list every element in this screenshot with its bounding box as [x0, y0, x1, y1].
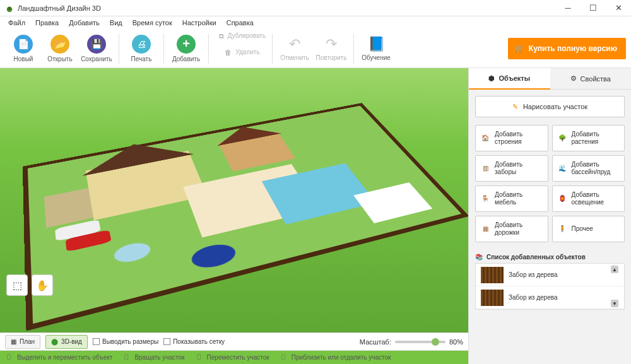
svg-rect-5	[281, 354, 285, 360]
scale-label: Масштаб:	[360, 338, 391, 346]
svg-rect-3	[125, 354, 128, 360]
fence-thumb-icon	[481, 290, 504, 306]
chair-icon: 🪑	[480, 193, 491, 204]
objects-icon: ⬢	[488, 74, 495, 83]
redo-button[interactable]: ↷Повторить	[313, 30, 350, 67]
house-icon: 🏠	[480, 132, 491, 144]
learn-button[interactable]: 📘Обучение	[358, 30, 394, 67]
add-lighting-button[interactable]: 🏮Добавить освещение	[552, 185, 625, 212]
menubar: Файл Правка Добавить Вид Время суток Нас…	[0, 16, 631, 29]
cart-icon: 🛒	[514, 44, 524, 53]
list-item[interactable]: Забор из дерева	[476, 286, 624, 309]
duplicate-button[interactable]: ⧉Дублировать	[213, 32, 268, 49]
add-buildings-button[interactable]: 🏠Добавить строения	[475, 125, 548, 151]
objects-list-header: Список добавленных объектов	[487, 254, 586, 261]
menu-daytime[interactable]: Время суток	[128, 18, 177, 28]
svg-rect-4	[197, 354, 200, 360]
save-button[interactable]: 💾Сохранить	[78, 30, 115, 67]
minimize-button[interactable]: ─	[555, 0, 581, 16]
scroll-up-button[interactable]: ▲	[611, 266, 618, 273]
buy-button[interactable]: 🛒Купить полную версию	[508, 38, 626, 59]
path-icon: ▦	[480, 223, 491, 235]
add-pool-button[interactable]: 🌊Добавить бассейн/пруд	[552, 155, 625, 182]
hint-move: Переместить участок	[195, 353, 269, 362]
pool-icon: 🌊	[557, 163, 568, 174]
add-paths-button[interactable]: ▦Добавить дорожки	[475, 216, 548, 242]
add-other-button[interactable]: 🧍Прочее	[552, 216, 625, 242]
pan-tool[interactable]: ✋	[32, 274, 53, 296]
menu-settings[interactable]: Настройки	[178, 18, 221, 28]
duplicate-icon: ⧉	[219, 32, 224, 40]
show-grid-checkbox[interactable]: Показывать сетку	[163, 338, 225, 345]
3d-viewport[interactable]: ⬚ ✋	[0, 68, 468, 332]
add-plants-button[interactable]: 🌳Добавить растения	[552, 125, 625, 151]
delete-button[interactable]: 🗑Удалить	[213, 49, 268, 65]
objects-list: Забор из дерева Забор из дерева	[475, 263, 625, 310]
other-icon: 🧍	[557, 223, 568, 235]
svg-rect-2	[8, 354, 11, 360]
lamp-icon: 🏮	[557, 193, 568, 204]
list-item[interactable]: Забор из дерева	[476, 264, 624, 286]
plan-icon: ▦	[11, 338, 16, 345]
menu-edit[interactable]: Правка	[31, 18, 63, 28]
window-title: Ландшафтный Дизайн 3D	[18, 4, 555, 12]
layers-icon: 📚	[475, 254, 483, 261]
close-button[interactable]: ✕	[606, 0, 631, 16]
menu-file[interactable]: Файл	[4, 18, 30, 28]
show-dimensions-checkbox[interactable]: Выводить размеры	[93, 338, 158, 345]
pencil-icon: ✎	[512, 103, 518, 111]
gear-icon: ⚙	[570, 74, 577, 83]
add-furniture-button[interactable]: 🪑Добавить мебель	[475, 185, 548, 212]
plant-icon: 🌳	[557, 132, 568, 144]
app-icon	[5, 4, 14, 13]
scale-slider[interactable]	[395, 341, 445, 343]
new-button[interactable]: 📄Новый	[5, 30, 42, 67]
fence-thumb-icon	[481, 267, 504, 283]
svg-rect-1	[9, 7, 10, 9]
add-fences-button[interactable]: ▥Добавить заборы	[475, 155, 548, 182]
trash-icon: 🗑	[225, 49, 232, 56]
3d-view-button[interactable]: ⬤3D-вид	[45, 335, 88, 349]
plan-view-button[interactable]: ▦План	[5, 335, 40, 349]
tab-objects[interactable]: ⬢Объекты	[469, 68, 550, 90]
menu-help[interactable]: Справка	[222, 18, 258, 28]
open-button[interactable]: 📂Открыть	[42, 30, 78, 67]
menu-view[interactable]: Вид	[105, 18, 127, 28]
hint-rotate: Вращать участок	[122, 353, 184, 362]
draw-plot-button[interactable]: ✎Нарисовать участок	[475, 96, 625, 117]
undo-button[interactable]: ↶Отменить	[276, 30, 313, 67]
print-button[interactable]: 🖨Печать	[123, 30, 160, 67]
tree-icon: ⬤	[51, 338, 58, 345]
menu-add[interactable]: Добавить	[64, 18, 104, 28]
tab-properties[interactable]: ⚙Свойства	[550, 68, 632, 90]
hint-select: Выделить и переместить объект	[5, 353, 112, 362]
orbit-tool[interactable]: ⬚	[6, 274, 28, 296]
maximize-button[interactable]: ☐	[581, 0, 606, 16]
scale-value: 80%	[449, 338, 463, 346]
add-button[interactable]: +Добавить	[168, 30, 204, 67]
hint-zoom: Приблизить или отдалить участок	[280, 353, 391, 362]
fence-icon: ▥	[480, 163, 491, 174]
scroll-down-button[interactable]: ▼	[611, 300, 618, 307]
